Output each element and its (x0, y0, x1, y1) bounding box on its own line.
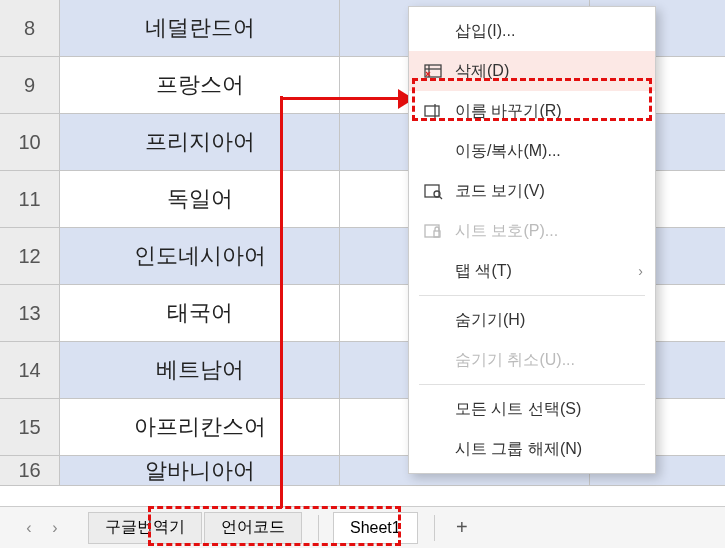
cell-language[interactable]: 아프리칸스어 (60, 399, 340, 455)
cell-language[interactable]: 알바니아어 (60, 456, 340, 485)
menu-label: 숨기기 취소(U)... (455, 350, 643, 371)
menu-rename[interactable]: 이름 바꾸기(R) (409, 91, 655, 131)
row-header[interactable]: 16 (0, 456, 60, 485)
menu-tab-color[interactable]: 탭 색(T) › (409, 251, 655, 291)
row-header[interactable]: 10 (0, 114, 60, 170)
menu-label: 모든 시트 선택(S) (455, 399, 643, 420)
cell-language[interactable]: 네덜란드어 (60, 0, 340, 56)
sheet-tab-language-code[interactable]: 언어코드 (204, 512, 302, 544)
menu-label: 코드 보기(V) (455, 181, 643, 202)
menu-separator (419, 384, 645, 385)
menu-label: 삽입(I)... (455, 21, 643, 42)
row-header[interactable]: 9 (0, 57, 60, 113)
menu-select-all-sheets[interactable]: 모든 시트 선택(S) (409, 389, 655, 429)
menu-insert[interactable]: 삽입(I)... (409, 11, 655, 51)
row-header[interactable]: 13 (0, 285, 60, 341)
delete-sheet-icon (421, 59, 445, 83)
cell-language[interactable]: 프랑스어 (60, 57, 340, 113)
row-header[interactable]: 12 (0, 228, 60, 284)
sheet-tab-bar: ‹ › 구글번역기 언어코드 Sheet1 + (0, 506, 725, 548)
menu-protect-sheet: 시트 보호(P)... (409, 211, 655, 251)
protect-sheet-icon (421, 219, 445, 243)
rename-icon (421, 99, 445, 123)
menu-ungroup-sheets[interactable]: 시트 그룹 해제(N) (409, 429, 655, 469)
submenu-arrow-icon: › (638, 263, 643, 279)
menu-separator (419, 295, 645, 296)
menu-hide[interactable]: 숨기기(H) (409, 300, 655, 340)
add-sheet-button[interactable]: + (449, 515, 475, 541)
menu-view-code[interactable]: 코드 보기(V) (409, 171, 655, 211)
nav-next-button[interactable]: › (42, 515, 68, 541)
sheet-context-menu: 삽입(I)... 삭제(D) 이름 바꾸기(R) 이동/복사(M)... 코드 … (408, 6, 656, 474)
menu-move-copy[interactable]: 이동/복사(M)... (409, 131, 655, 171)
nav-prev-button[interactable]: ‹ (16, 515, 42, 541)
cell-language[interactable]: 베트남어 (60, 342, 340, 398)
menu-label: 숨기기(H) (455, 310, 643, 331)
menu-unhide: 숨기기 취소(U)... (409, 340, 655, 380)
menu-label: 이름 바꾸기(R) (455, 101, 643, 122)
cell-language[interactable]: 인도네시아어 (60, 228, 340, 284)
sheet-tab-google-translate[interactable]: 구글번역기 (88, 512, 202, 544)
view-code-icon (421, 179, 445, 203)
menu-label: 시트 보호(P)... (455, 221, 643, 242)
menu-label: 탭 색(T) (455, 261, 638, 282)
row-header[interactable]: 8 (0, 0, 60, 56)
row-header[interactable]: 15 (0, 399, 60, 455)
cell-language[interactable]: 태국어 (60, 285, 340, 341)
menu-label: 시트 그룹 해제(N) (455, 439, 643, 460)
menu-label: 이동/복사(M)... (455, 141, 643, 162)
row-header[interactable]: 14 (0, 342, 60, 398)
menu-label: 삭제(D) (455, 61, 643, 82)
row-header[interactable]: 11 (0, 171, 60, 227)
cell-language[interactable]: 프리지아어 (60, 114, 340, 170)
cell-language[interactable]: 독일어 (60, 171, 340, 227)
sheet-tab-sheet1[interactable]: Sheet1 (333, 512, 418, 544)
svg-rect-5 (425, 106, 439, 116)
menu-delete[interactable]: 삭제(D) (409, 51, 655, 91)
